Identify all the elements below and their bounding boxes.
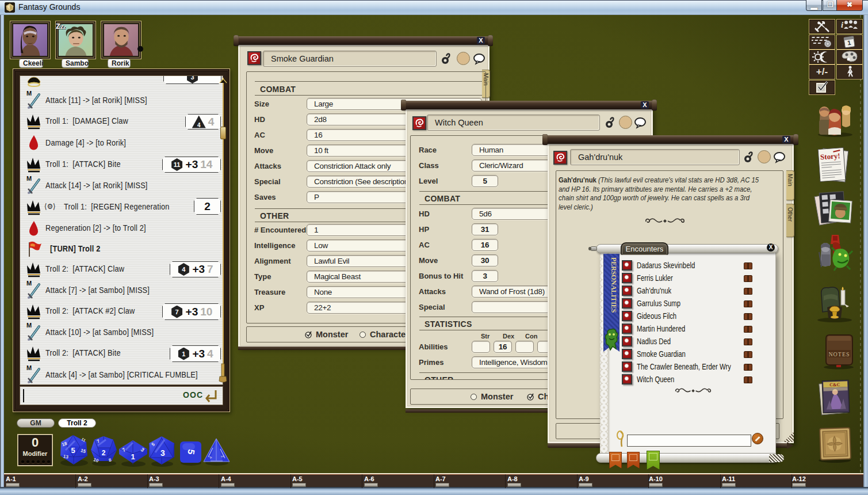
svg-text:C&C: C&C bbox=[829, 382, 840, 388]
svg-text:Story!: Story! bbox=[820, 151, 841, 161]
svg-text:5: 5 bbox=[71, 446, 75, 455]
svg-text:3: 3 bbox=[160, 448, 165, 458]
svg-text:1: 1 bbox=[131, 452, 135, 461]
svg-text:2: 2 bbox=[102, 449, 106, 457]
svg-text:NOTES: NOTES bbox=[828, 351, 850, 357]
